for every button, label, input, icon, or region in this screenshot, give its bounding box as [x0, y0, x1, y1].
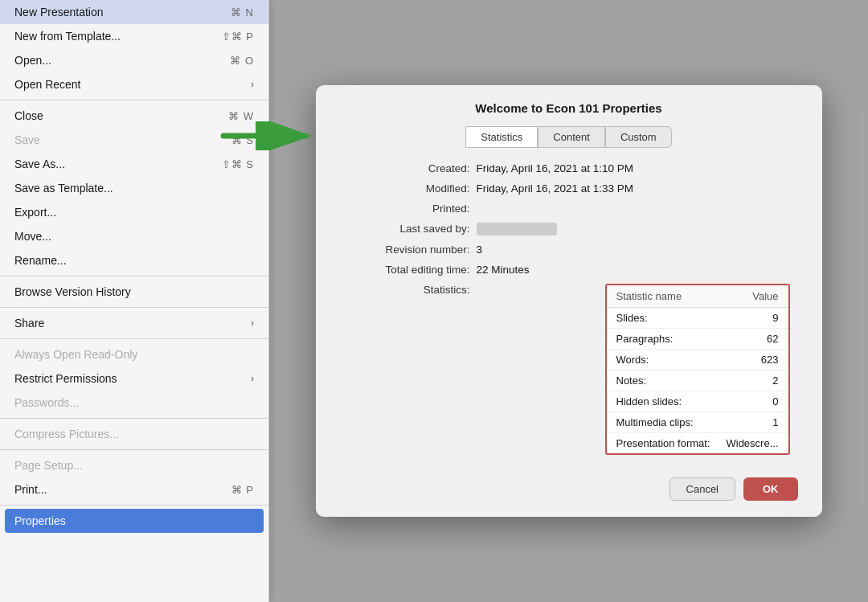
- menu-item-label: Properties: [14, 514, 66, 527]
- info-row: Total editing time:22 Minutes: [348, 264, 790, 276]
- stats-table-row: Slides:9: [607, 308, 788, 329]
- stat-value: 9: [772, 312, 778, 324]
- dialog-content: Created:Friday, April 16, 2021 at 1:10 P…: [316, 162, 822, 455]
- stats-col-value: Value: [752, 290, 778, 302]
- stat-value: Widescre...: [726, 437, 778, 449]
- info-label: Modified:: [348, 182, 477, 195]
- info-value: 22 Minutes: [477, 264, 530, 276]
- menu-shortcut: ⇧⌘ P: [222, 31, 254, 43]
- stat-name: Hidden slides:: [616, 395, 682, 407]
- menu-item-label: Open...: [14, 54, 51, 67]
- stats-table-row: Words:623: [607, 350, 788, 371]
- stats-table-row: Paragraphs:62: [607, 329, 788, 350]
- tab-bar: StatisticsContentCustom: [316, 126, 822, 148]
- properties-dialog: Welcome to Econ 101 Properties Statistic…: [316, 85, 822, 517]
- menu-item-label: New Presentation: [14, 6, 104, 18]
- info-row: Printed:: [348, 203, 790, 215]
- menu-item-save-as[interactable]: Save As...⇧⌘ S: [0, 152, 268, 176]
- stats-table-row: Multimedia clips:1: [607, 412, 788, 433]
- statistics-row: Statistics:Statistic nameValueSlides:9Pa…: [348, 284, 790, 455]
- menu-item-properties[interactable]: Properties: [5, 509, 264, 533]
- menu-item-page-setup: Page Setup...: [0, 453, 268, 477]
- menu-item-label: Save: [14, 133, 40, 146]
- stat-name: Presentation format:: [616, 437, 710, 449]
- menu-item-label: Always Open Read-Only: [14, 348, 137, 361]
- menu-item-label: Share: [14, 317, 44, 330]
- stat-value: 0: [772, 395, 778, 407]
- menu-shortcut: ⌘ N: [231, 6, 254, 18]
- info-label: Revision number:: [348, 244, 477, 256]
- menu-item-export[interactable]: Export...: [0, 200, 268, 224]
- menu-item-label: Save as Template...: [14, 182, 113, 195]
- menu-item-label: Open Recent: [14, 78, 81, 91]
- info-label: Created:: [348, 162, 477, 174]
- info-row: Revision number:3: [348, 244, 790, 256]
- menu-item-label: Move...: [14, 230, 51, 243]
- menu-item-label: Restrict Permissions: [14, 372, 117, 385]
- menu-item-label: Passwords...: [14, 396, 79, 409]
- menu-item-share[interactable]: Share›: [0, 311, 268, 335]
- menu-item-always-open-read-only: Always Open Read-Only: [0, 342, 268, 367]
- menu-item-passwords: Passwords...: [0, 391, 268, 415]
- menu-item-open-recent[interactable]: Open Recent›: [0, 72, 268, 96]
- info-label: Printed:: [348, 203, 477, 215]
- chevron-right-icon: ›: [251, 373, 254, 384]
- menu-shortcut: ⌘ P: [231, 484, 254, 496]
- menu-item-label: Save As...: [14, 158, 65, 170]
- tab-content[interactable]: Content: [538, 126, 605, 148]
- menu-shortcut: ⌘ O: [230, 55, 254, 67]
- info-value: Friday, April 16, 2021 at 1:10 PM: [477, 162, 634, 174]
- menu-item-rename[interactable]: Rename...: [0, 248, 268, 272]
- menu-item-browse-version-history[interactable]: Browse Version History: [0, 280, 268, 304]
- menu-item-move[interactable]: Move...: [0, 224, 268, 248]
- menu-item-new-presentation[interactable]: New Presentation⌘ N: [0, 0, 268, 24]
- dialog-overlay: Welcome to Econ 101 Properties Statistic…: [269, 0, 868, 602]
- stats-col-name: Statistic name: [616, 290, 682, 302]
- info-row: Last saved by:: [348, 223, 790, 235]
- chevron-right-icon: ›: [251, 79, 254, 90]
- statistics-table: Statistic nameValueSlides:9Paragraphs:62…: [605, 284, 790, 455]
- stats-table-header: Statistic nameValue: [607, 285, 788, 308]
- menu-item-save-as-template[interactable]: Save as Template...: [0, 176, 268, 200]
- stat-value: 623: [761, 354, 779, 366]
- info-row: Modified:Friday, April 16, 2021 at 1:33 …: [348, 182, 790, 195]
- info-value: [477, 223, 557, 235]
- menu-shortcut: ⇧⌘ S: [222, 158, 254, 170]
- tab-custom[interactable]: Custom: [605, 126, 672, 148]
- file-menu: New Presentation⌘ NNew from Template...⇧…: [0, 0, 269, 602]
- stats-table-row: Hidden slides:0: [607, 391, 788, 412]
- statistics-label: Statistics:: [348, 284, 477, 296]
- menu-item-label: Rename...: [14, 254, 67, 267]
- menu-item-new-from-template[interactable]: New from Template...⇧⌘ P: [0, 24, 268, 48]
- menu-item-print[interactable]: Print...⌘ P: [0, 477, 268, 502]
- menu-item-label: Export...: [14, 206, 56, 219]
- info-label: Total editing time:: [348, 264, 477, 276]
- stats-table-row: Notes:2: [607, 371, 788, 391]
- menu-shortcut: ⌘ W: [228, 110, 254, 122]
- menu-item-label: Print...: [14, 483, 47, 496]
- stats-table-row: Presentation format:Widescre...: [607, 433, 788, 453]
- stat-name: Paragraphs:: [616, 333, 674, 345]
- stat-name: Notes:: [616, 375, 647, 387]
- stat-value: 2: [772, 375, 778, 387]
- info-row: Created:Friday, April 16, 2021 at 1:10 P…: [348, 162, 790, 174]
- info-value: Friday, April 16, 2021 at 1:33 PM: [477, 182, 634, 195]
- stat-name: Slides:: [616, 312, 648, 324]
- arrow-indicator: [219, 121, 316, 154]
- cancel-button[interactable]: Cancel: [669, 477, 735, 501]
- menu-item-label: Browse Version History: [14, 285, 131, 298]
- menu-item-open[interactable]: Open...⌘ O: [0, 48, 268, 72]
- chevron-right-icon: ›: [251, 317, 254, 329]
- menu-item-label: New from Template...: [14, 30, 121, 43]
- info-value: 3: [477, 244, 483, 256]
- ok-button[interactable]: OK: [743, 477, 798, 501]
- menu-item-label: Close: [14, 109, 43, 122]
- stat-value: 1: [772, 416, 778, 428]
- menu-item-restrict-permissions[interactable]: Restrict Permissions›: [0, 367, 268, 391]
- menu-item-compress-pictures: Compress Pictures...: [0, 422, 268, 446]
- stat-name: Multimedia clips:: [616, 416, 694, 428]
- menu-item-label: Compress Pictures...: [14, 428, 119, 440]
- dialog-buttons: Cancel OK: [316, 463, 822, 501]
- tab-statistics[interactable]: Statistics: [465, 126, 538, 148]
- stat-name: Words:: [616, 354, 649, 366]
